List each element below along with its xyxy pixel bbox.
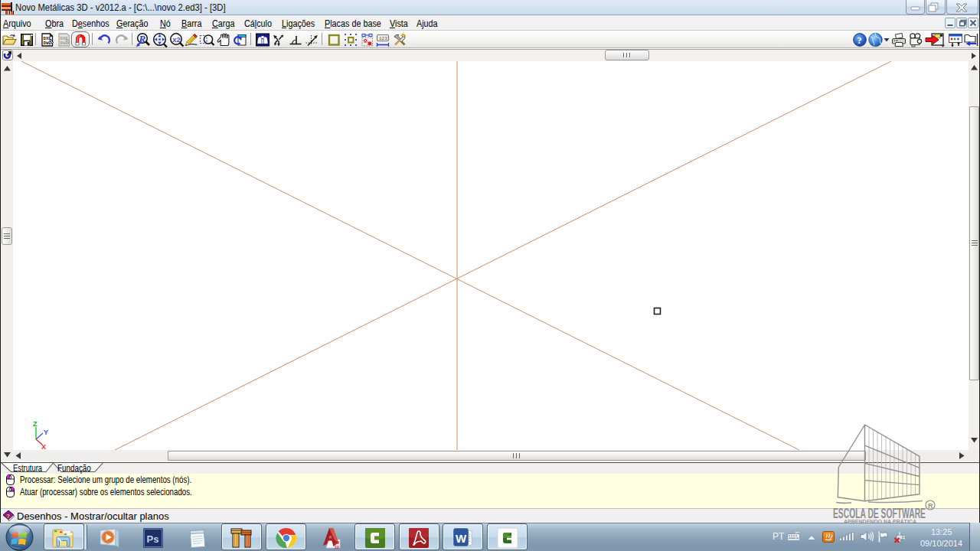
- svg-text:W: W: [456, 532, 467, 545]
- svg-text:?: ?: [857, 35, 861, 46]
- svg-text:10: 10: [335, 545, 340, 549]
- svg-text:Y: Y: [44, 429, 48, 436]
- svg-text:Z: Z: [33, 420, 38, 428]
- svg-text:123: 123: [379, 36, 387, 41]
- svg-text:R: R: [139, 33, 146, 44]
- svg-text:X: X: [41, 443, 46, 450]
- svg-text:x2: x2: [172, 35, 181, 44]
- svg-text:R: R: [928, 502, 933, 510]
- svg-text:?: ?: [6, 513, 10, 520]
- svg-text:Ps: Ps: [147, 533, 159, 545]
